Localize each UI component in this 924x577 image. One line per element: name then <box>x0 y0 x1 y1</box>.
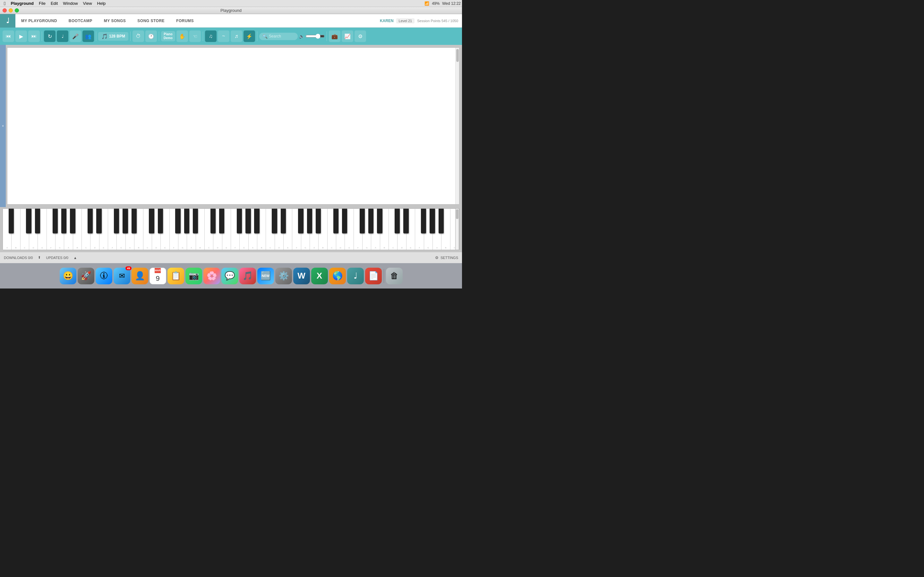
wave-button[interactable]: ~ <box>218 31 229 42</box>
dock-notes[interactable]: 📋 <box>168 268 184 284</box>
app-logo[interactable]: ♩ <box>0 14 15 27</box>
loop-button[interactable]: ↻ <box>44 31 55 42</box>
dock-itunes[interactable]: 🎵 <box>239 268 256 284</box>
dock-web[interactable]: 🌎 <box>329 268 346 284</box>
piano-black-key-26[interactable] <box>237 209 242 234</box>
piano-black-key-19[interactable] <box>175 209 180 234</box>
piano-black-key-28[interactable] <box>254 209 259 234</box>
piano-black-key-37[interactable] <box>333 209 338 234</box>
piano-black-key-7[interactable] <box>70 209 75 234</box>
piano-black-key-38[interactable] <box>342 209 347 234</box>
piano-black-key-41[interactable] <box>368 209 373 234</box>
piano-black-key-10[interactable] <box>96 209 102 234</box>
notation-button[interactable]: ♫ <box>205 31 216 42</box>
menu-help[interactable]: Help <box>95 0 108 6</box>
piano-black-key-9[interactable] <box>87 209 93 234</box>
menu-playground[interactable]: Playground <box>8 0 36 6</box>
maximize-button[interactable] <box>15 8 19 13</box>
vertical-scrollbar[interactable] <box>455 48 459 204</box>
bpm-display[interactable]: 🎵 128 BPM <box>98 32 128 41</box>
dock-appstore[interactable]: 🆕 <box>257 268 274 284</box>
fastforward-button[interactable]: ⏭ <box>28 31 40 42</box>
piano-black-key-13[interactable] <box>123 209 128 234</box>
search-input[interactable] <box>269 34 294 39</box>
dock-pdf[interactable]: 📄 <box>365 268 382 284</box>
settings-button[interactable]: ⚙ <box>355 31 366 42</box>
dock-excel[interactable]: X <box>311 268 328 284</box>
piano-black-key-45[interactable] <box>403 209 409 234</box>
piano-black-key-16[interactable] <box>149 209 154 234</box>
hand-point-button[interactable]: ☜ <box>189 31 201 42</box>
system-wifi-icon[interactable]: 📶 <box>425 1 429 6</box>
piano-black-key-27[interactable] <box>246 209 250 234</box>
clock-button[interactable]: 🕐 <box>145 31 157 42</box>
nav-forums[interactable]: FORUMS <box>170 14 200 27</box>
piano-black-key-34[interactable] <box>307 209 312 234</box>
piano-black-key-49[interactable] <box>439 209 444 234</box>
piano-black-key-5[interactable] <box>53 209 58 234</box>
dock-playground[interactable]: ♩ <box>347 268 364 284</box>
nav-my-playground[interactable]: MY PLAYGROUND <box>15 14 63 27</box>
dock-trash[interactable]: 🗑 <box>386 268 403 284</box>
piano-black-key-24[interactable] <box>219 209 224 234</box>
piano-black-key-44[interactable] <box>395 209 400 234</box>
piano-demo-button[interactable]: Piano Demo <box>161 31 175 41</box>
menu-file[interactable]: File <box>36 0 48 6</box>
apple-menu[interactable]:  <box>1 1 8 6</box>
rewind-button[interactable]: ⏮ <box>3 31 14 42</box>
music-note-button[interactable]: ♬ <box>231 31 242 42</box>
piano-black-key-17[interactable] <box>158 209 163 234</box>
piano-black-key-23[interactable] <box>210 209 216 234</box>
menu-edit[interactable]: Edit <box>48 0 60 6</box>
dock-word[interactable]: W <box>293 268 310 284</box>
dock-calendar[interactable]: MAR 9 <box>150 268 166 284</box>
piano-black-key-12[interactable] <box>114 209 119 234</box>
hand-open-button[interactable]: ✋ <box>176 31 188 42</box>
group-button[interactable]: 👥 <box>82 31 94 42</box>
piano-black-key-21[interactable] <box>193 209 198 234</box>
toolbar-separator-1 <box>42 31 42 41</box>
piano-black-key-0[interactable] <box>9 209 14 234</box>
piano-black-key-47[interactable] <box>421 209 426 234</box>
settings-label[interactable]: SETTINGS <box>441 256 458 259</box>
piano-black-key-30[interactable] <box>272 209 277 234</box>
piano-black-key-35[interactable] <box>316 209 321 234</box>
piano-black-key-6[interactable] <box>61 209 66 234</box>
dock-photos[interactable]: 🌸 <box>204 268 220 284</box>
piano-black-key-20[interactable] <box>184 209 189 234</box>
nav-my-songs[interactable]: MY SONGS <box>98 14 132 27</box>
piano-black-key-31[interactable] <box>281 209 286 234</box>
dock-mail[interactable]: ✉ 49 <box>113 268 130 284</box>
upload-toggle[interactable]: ▲ <box>73 256 77 259</box>
piano-black-key-3[interactable] <box>35 209 40 234</box>
chart-button[interactable]: 📈 <box>342 31 353 42</box>
dock-sysprefs[interactable]: ⚙️ <box>275 268 292 284</box>
play-button[interactable]: ▶ <box>15 31 27 42</box>
dock-rocket[interactable]: 🚀 <box>78 268 94 284</box>
sidebar-toggle-button[interactable]: » <box>0 45 6 207</box>
briefcase-button[interactable]: 💼 <box>329 31 341 42</box>
dock-facetime[interactable]: 📷 <box>186 268 202 284</box>
lightning-button[interactable]: ⚡ <box>244 31 255 42</box>
piano-black-key-40[interactable] <box>360 209 365 234</box>
dock-finder[interactable]: 😀 <box>60 268 76 284</box>
piano-black-key-42[interactable] <box>377 209 382 234</box>
nav-song-store[interactable]: SONG STORE <box>132 14 170 27</box>
piano-black-key-2[interactable] <box>26 209 31 234</box>
mic-button[interactable]: 🎤 <box>69 31 81 42</box>
volume-slider[interactable] <box>305 34 325 39</box>
menu-view[interactable]: View <box>81 0 95 6</box>
menu-window[interactable]: Window <box>60 0 80 6</box>
close-button[interactable] <box>3 8 7 13</box>
dock-safari[interactable]: 🛈 <box>95 268 112 284</box>
timer-button[interactable]: ⏱ <box>132 31 144 42</box>
minimize-button[interactable] <box>9 8 13 13</box>
dock-contacts[interactable]: 👤 <box>132 268 148 284</box>
piano-black-key-48[interactable] <box>430 209 435 234</box>
piano-black-key-33[interactable] <box>298 209 303 234</box>
scroll-thumb[interactable] <box>456 49 459 62</box>
piano-black-key-14[interactable] <box>132 209 137 234</box>
dock-messages[interactable]: 💬 <box>221 268 238 284</box>
metronome-button[interactable]: ♩ <box>57 31 68 42</box>
nav-bootcamp[interactable]: BOOTCAMP <box>63 14 98 27</box>
